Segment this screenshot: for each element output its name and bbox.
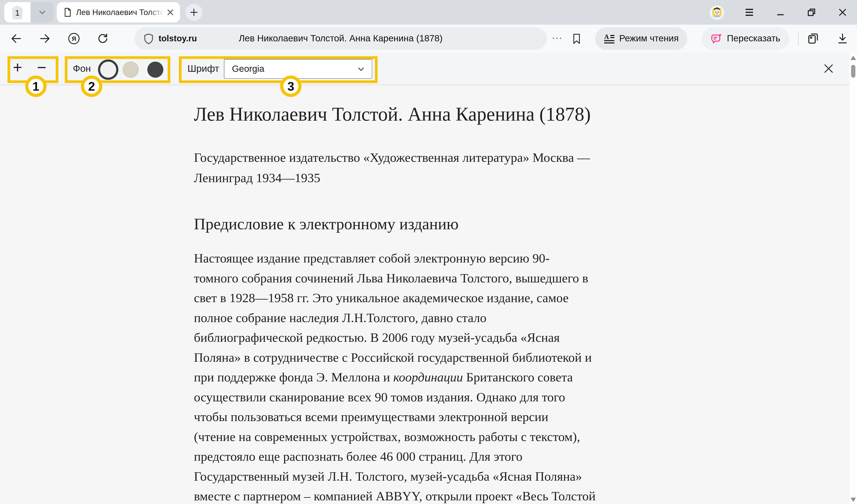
arrow-left-icon bbox=[10, 32, 22, 45]
zoom-in-button[interactable]: + bbox=[13, 58, 22, 77]
text-line: Настоящее издание представляет собой эле… bbox=[194, 249, 850, 269]
text-line: полное собрание наследия Л.Н.Толстого, д… bbox=[194, 308, 850, 328]
text-line: библиографической редкостью. В 2006 году… bbox=[194, 328, 850, 348]
text-line: предстояло еще распознать более 46 000 с… bbox=[194, 447, 850, 467]
browser-menu-button[interactable] bbox=[743, 6, 755, 18]
section-heading: Предисловие к электронному изданию bbox=[194, 214, 850, 234]
text-line: осуществили сканирование всех 90 томов и… bbox=[194, 387, 850, 407]
address-bar: Я tolstoy.ru Лев Николаевич Толстой. Анн… bbox=[0, 24, 857, 52]
retell-ai-icon bbox=[710, 32, 723, 45]
plus-icon bbox=[190, 8, 198, 17]
reader-toolbar: + − Фон Шрифт Georgia bbox=[0, 52, 850, 85]
reader-content: Лев Николаевич Толстой. Анна Каренина (1… bbox=[0, 85, 850, 504]
background-label: Фон bbox=[73, 63, 91, 74]
download-icon bbox=[837, 33, 848, 45]
close-icon bbox=[823, 63, 835, 74]
tab-counter: 1 bbox=[4, 2, 54, 22]
scroll-up-arrow-icon[interactable] bbox=[851, 56, 856, 60]
refresh-icon bbox=[97, 32, 109, 45]
minimize-button[interactable] bbox=[774, 6, 786, 18]
collections-button[interactable] bbox=[806, 32, 820, 46]
page-title: Лев Николаевич Толстой. Анна Каренина (1… bbox=[135, 33, 547, 44]
refresh-button[interactable] bbox=[97, 32, 109, 45]
tab-close-icon[interactable] bbox=[165, 7, 176, 18]
chevron-down-icon bbox=[357, 65, 365, 73]
tab-bar: 1 Лев Николаевич Толстой bbox=[0, 0, 857, 24]
page-document-icon bbox=[63, 7, 72, 17]
article-subtitle: Государственное издательство «Художестве… bbox=[194, 148, 850, 188]
restore-button[interactable] bbox=[806, 6, 817, 18]
text-line: Государственное издательство «Художестве… bbox=[194, 148, 850, 168]
svg-text:Я: Я bbox=[72, 35, 76, 42]
zoom-out-button[interactable]: − bbox=[37, 58, 47, 77]
new-tab-button[interactable] bbox=[185, 4, 202, 21]
text-line: (чтение на современных устройствах, возм… bbox=[194, 427, 850, 447]
font-select-value: Georgia bbox=[232, 64, 264, 74]
main-area: + − Фон Шрифт Georgia Лев Николаевич Тол… bbox=[0, 52, 857, 504]
font-select[interactable]: Georgia bbox=[224, 59, 372, 79]
bookmark-icon bbox=[571, 32, 583, 45]
text-line: Ленинград 1934—1935 bbox=[194, 168, 850, 188]
tab-count-button[interactable]: 1 bbox=[4, 2, 31, 22]
browser-window: 1 Лев Николаевич Толстой bbox=[0, 0, 857, 504]
background-swatch-light[interactable] bbox=[98, 60, 118, 80]
text-line: Поляна» в сотрудничестве с Российской го… bbox=[194, 348, 850, 368]
reader-close-button[interactable] bbox=[822, 62, 836, 75]
minimize-icon bbox=[776, 7, 785, 17]
restore-window-icon bbox=[807, 7, 816, 17]
arrow-right-icon bbox=[38, 32, 51, 45]
text-line: при поддержке фонда Э. Меллона и координ… bbox=[194, 368, 850, 387]
reading-mode-button[interactable]: A Режим чтения bbox=[595, 28, 687, 50]
scroll-down-arrow-icon[interactable] bbox=[851, 498, 856, 502]
background-swatch-dark[interactable] bbox=[147, 62, 164, 78]
active-tab[interactable]: Лев Николаевич Толстой bbox=[57, 2, 180, 22]
window-controls bbox=[710, 5, 848, 20]
close-window-button[interactable] bbox=[837, 6, 848, 18]
font-label: Шрифт bbox=[187, 63, 219, 74]
reading-mode-label: Режим чтения bbox=[619, 33, 679, 44]
profile-avatar[interactable] bbox=[710, 5, 724, 20]
text-line: свет в 1928—1958 гг. Это уникальное акад… bbox=[194, 288, 850, 308]
text-line: вместе с партнером – компанией ABBYY, от… bbox=[194, 486, 850, 504]
text-line: Государственный музей Л.Н. Толстого, муз… bbox=[194, 467, 850, 487]
reading-mode-icon: A bbox=[604, 33, 615, 44]
tab-title-fade bbox=[149, 7, 164, 18]
chevron-down-icon bbox=[38, 8, 46, 17]
forward-button[interactable] bbox=[38, 32, 51, 45]
background-swatch-sepia[interactable] bbox=[123, 62, 139, 78]
text-line: чтобы пользоваться всеми преимуществами … bbox=[194, 407, 850, 427]
retell-button[interactable]: Пересказать bbox=[702, 28, 789, 50]
tab-list-chevron-button[interactable] bbox=[31, 2, 54, 22]
tab-count-badge: 1 bbox=[10, 5, 25, 19]
retell-label: Пересказать bbox=[727, 33, 780, 44]
article-paragraph: Настоящее издание представляет собой эле… bbox=[194, 249, 850, 504]
more-actions-button[interactable]: ··· bbox=[552, 33, 563, 44]
bookmark-button[interactable] bbox=[570, 32, 583, 45]
tab-title: Лев Николаевич Толстой bbox=[76, 7, 164, 18]
close-icon bbox=[838, 7, 847, 17]
download-button[interactable] bbox=[836, 32, 849, 45]
yandex-logo-button[interactable]: Я bbox=[67, 32, 80, 45]
hamburger-menu-icon bbox=[744, 7, 755, 18]
scrollbar[interactable] bbox=[850, 52, 857, 504]
address-field[interactable]: tolstoy.ru Лев Николаевич Толстой. Анна … bbox=[135, 28, 547, 50]
yandex-logo-icon: Я bbox=[67, 32, 80, 46]
svg-text:A: A bbox=[604, 33, 609, 40]
scrollbar-thumb[interactable] bbox=[851, 65, 856, 78]
collections-icon bbox=[807, 32, 820, 45]
toolbar-divider bbox=[798, 32, 799, 46]
back-button[interactable] bbox=[10, 32, 22, 45]
article-title: Лев Николаевич Толстой. Анна Каренина (1… bbox=[194, 103, 850, 126]
text-line: томного собрания сочинений Льва Николаев… bbox=[194, 269, 850, 288]
